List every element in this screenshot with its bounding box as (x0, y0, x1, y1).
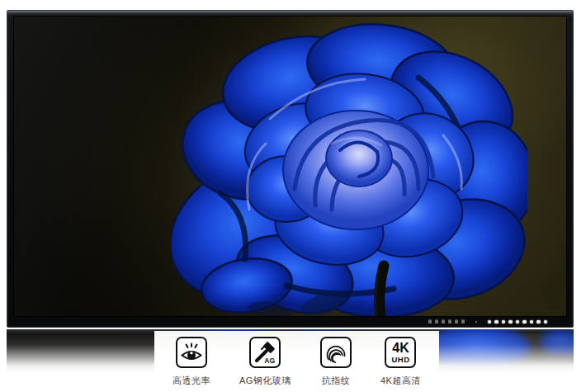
led-dot (522, 320, 527, 324)
promo-image: 高透光率 AG AG钢化玻璃 (0, 0, 586, 392)
led-dot (516, 320, 520, 324)
led-dot (494, 320, 499, 324)
feature-item-4k: 4K UHD 4K超高清 (380, 337, 421, 392)
high-transmittance-eye-icon (176, 337, 207, 368)
feature-label: AG钢化玻璃 (239, 375, 291, 387)
ag-tempered-glass-hammer-icon: AG (249, 337, 281, 368)
bezel-button[interactable] (428, 320, 432, 324)
feature-item-anti-fingerprint: 抗指纹 (320, 337, 352, 392)
feature-label: 抗指纹 (322, 375, 351, 387)
display-device-frame (7, 10, 574, 328)
feature-label: 4K超高清 (380, 375, 421, 387)
ag-badge-text: AG (265, 357, 276, 365)
feature-panel: 高透光率 AG AG钢化玻璃 (154, 331, 439, 392)
blue-rose-graphic (171, 20, 527, 317)
bezel-button[interactable] (448, 320, 451, 324)
rose-stem (380, 266, 384, 317)
led-dot (544, 320, 548, 324)
bezel-indicator-dots (428, 319, 548, 324)
bezel-button[interactable] (461, 320, 465, 324)
bezel-button[interactable] (435, 320, 438, 324)
uhd-text: UHD (391, 356, 409, 364)
power-led (475, 321, 477, 323)
led-dot (502, 320, 506, 324)
display-screen (13, 16, 567, 317)
4k-uhd-icon: 4K UHD (385, 337, 416, 368)
anti-fingerprint-icon (320, 337, 352, 368)
led-dot (488, 320, 492, 324)
led-dot (536, 320, 541, 324)
led-dot (508, 320, 513, 324)
feature-item-tempered-glass: AG AG钢化玻璃 (239, 337, 291, 392)
led-dot (530, 320, 534, 324)
bezel-button[interactable] (455, 320, 458, 324)
feature-label: 高透光率 (172, 375, 210, 387)
bezel-button[interactable] (442, 320, 445, 324)
4k-text: 4K (392, 342, 409, 355)
feature-item-transmittance: 高透光率 (172, 337, 210, 392)
